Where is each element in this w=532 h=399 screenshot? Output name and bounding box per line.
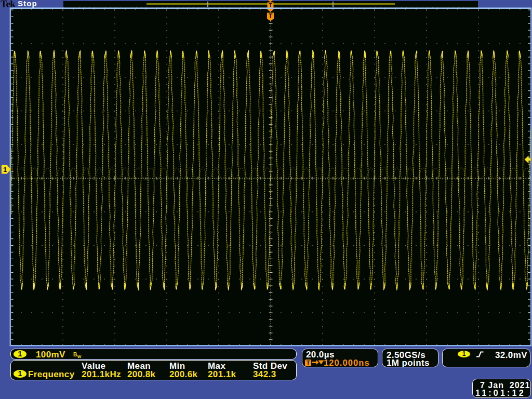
svg-text:T: T: [269, 2, 272, 8]
svg-text:1: 1: [3, 166, 7, 174]
svg-text:T: T: [269, 12, 273, 20]
